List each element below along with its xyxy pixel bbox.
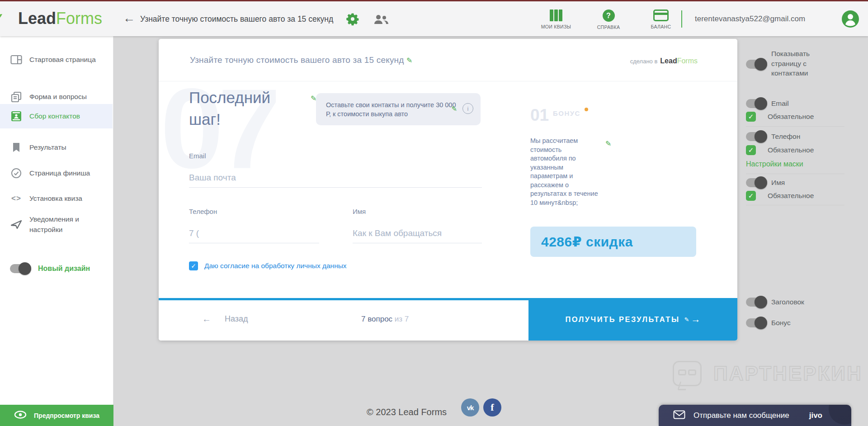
forward-arrow-icon: →	[691, 314, 701, 325]
heading-toggle[interactable]	[746, 298, 766, 307]
bonus-tooltip-text: Оставьте свои контакты и получите 30 000…	[326, 100, 462, 119]
header-divider	[681, 10, 682, 28]
header-nav: МОИ КВИЗЫ ? СПРАВКА БАЛАНС	[540, 9, 677, 30]
consent-checkbox[interactable]: ✓	[189, 261, 198, 270]
bonus-orange-dot	[585, 108, 588, 111]
phone-toggle[interactable]	[746, 132, 766, 141]
eye-icon	[14, 411, 27, 421]
contacts-icon	[10, 111, 23, 122]
edit-bonus-pencil-icon[interactable]: ✎	[605, 139, 611, 148]
sidebar-item-contacts[interactable]: Сбор контактов	[0, 104, 113, 128]
consent-row: ✓ Даю согласие на обработку личных данны…	[189, 261, 347, 270]
bookmark-icon	[10, 142, 23, 152]
partnerkin-watermark: ПАРТНЕРКИН	[673, 361, 863, 386]
email-required-row: ✓ Обязательное	[746, 112, 814, 122]
nav-balance[interactable]: БАЛАНС	[645, 9, 677, 30]
email-toggle-row: Email	[746, 99, 789, 109]
progress-current: 7 вопрос	[361, 315, 395, 323]
vk-glyph: vk	[467, 404, 474, 412]
envelope-icon	[673, 410, 685, 421]
sidebar-item-notifications[interactable]: Уведомления и настройки	[0, 212, 113, 237]
name-toggle-row: Имя	[746, 178, 785, 188]
edit-title-pencil-icon[interactable]: ✎	[406, 56, 413, 65]
back-button[interactable]: ← Назад	[202, 314, 248, 324]
app-header: LeadForms ← Узнайте точную стоимость ваш…	[0, 1, 868, 36]
quiz-footer-bar: ← Назад 7 вопрос из 7	[159, 298, 528, 341]
bonus-toggle[interactable]	[746, 318, 766, 327]
name-field-label: Имя	[353, 208, 366, 215]
phone-toggle-label: Телефон	[771, 132, 800, 142]
back-label: Назад	[225, 314, 248, 324]
email-field-label: Email	[189, 152, 206, 160]
facebook-icon[interactable]: f	[483, 398, 501, 417]
account-email[interactable]: terentevanastya522@gmail.com	[695, 14, 805, 24]
new-design-label: Новый дизайн	[38, 265, 90, 273]
sidebar-item-label: Результаты	[29, 142, 107, 152]
email-required-checkbox[interactable]: ✓	[746, 112, 756, 122]
step-heading: Последний шаг!	[189, 87, 293, 131]
bonus-number: 01	[530, 106, 549, 125]
info-icon[interactable]: i	[462, 103, 473, 114]
sidebar-item-label: Страница финиша	[29, 168, 107, 178]
sidebar-item-finish-page[interactable]: Страница финиша	[0, 161, 113, 185]
preview-quiz-label: Предпросмотр квиза	[34, 412, 99, 419]
partnerkin-watermark-text: ПАРТНЕРКИН	[713, 362, 863, 385]
start-page-icon	[10, 55, 23, 65]
vk-icon[interactable]: vk	[461, 398, 479, 417]
show-contacts-toggle[interactable]	[746, 60, 766, 69]
nav-help[interactable]: ? СПРАВКА	[593, 9, 624, 30]
new-design-row: Новый дизайн	[0, 260, 90, 277]
phone-field-label: Телефон	[189, 208, 217, 215]
jivo-chat-bar[interactable]: Отправьте нам сообщение jivo	[659, 405, 851, 426]
progress-indicator: 7 вопрос из 7	[361, 315, 409, 324]
quiz-settings-gear-icon[interactable]	[346, 12, 359, 28]
back-arrow-icon: ←	[202, 314, 211, 324]
sidebar-item-label: Форма и вопросы	[29, 91, 107, 102]
nav-label: СПРАВКА	[597, 24, 620, 30]
get-results-button[interactable]: ПОЛУЧИТЬ РЕЗУЛЬТАТЫ ✎ →	[528, 298, 737, 341]
sidebar-item-start-page[interactable]: Стартовая страница	[0, 47, 113, 72]
nav-my-quizzes[interactable]: МОИ КВИЗЫ	[540, 9, 572, 30]
sidebar-item-results[interactable]: Результаты	[0, 136, 113, 159]
name-input[interactable]	[353, 228, 482, 243]
edit-button-pencil-icon[interactable]: ✎	[684, 316, 689, 323]
made-in-text: сделано в	[630, 58, 658, 65]
main-area: 07 Узнайте точную стоимость вашего авто …	[113, 36, 868, 426]
leaf-icon	[0, 8, 3, 28]
nav-label: БАЛАНС	[651, 24, 671, 29]
name-required-checkbox[interactable]: ✓	[746, 191, 756, 201]
get-results-label: ПОЛУЧИТЬ РЕЗУЛЬТАТЫ	[566, 315, 680, 324]
preview-quiz-button[interactable]: Предпросмотр квиза	[0, 405, 113, 426]
leadforms-logo: LeadForms	[18, 9, 102, 28]
quiz-card-title: Узнайте точную стоимость вашего авто за …	[190, 55, 413, 65]
made-in-logo-forms: Forms	[677, 57, 698, 65]
made-in-badge[interactable]: сделано вLeadForms	[630, 57, 698, 65]
question-circle-icon: ?	[603, 9, 615, 22]
copyright-text: © 2023 Lead Forms	[367, 407, 447, 417]
email-toggle[interactable]	[746, 99, 766, 108]
sidebar-item-label: Уведомления и настройки	[29, 214, 107, 235]
back-arrow-icon[interactable]: ←	[123, 11, 135, 25]
email-input[interactable]	[189, 173, 482, 188]
avatar[interactable]	[842, 10, 859, 29]
partnerkin-bubble-icon	[673, 361, 702, 386]
name-toggle[interactable]	[746, 178, 766, 187]
jivo-brand: jivo	[809, 411, 822, 420]
phone-input[interactable]	[189, 228, 319, 243]
sidebar-item-install-quiz[interactable]: <> Установка квиза	[0, 187, 113, 210]
edit-heading-pencil-icon[interactable]: ✎	[311, 94, 316, 103]
collaborators-icon[interactable]	[373, 14, 389, 27]
bonus-tooltip: Оставьте свои контакты и получите 30 000…	[316, 93, 481, 125]
heading-toggle-row: Заголовок	[746, 297, 804, 307]
edit-tooltip-pencil-icon[interactable]: ✎	[451, 105, 457, 113]
required-label: Обязательное	[768, 145, 814, 155]
mask-settings-link[interactable]: Настройки маски	[746, 160, 803, 168]
send-icon	[10, 219, 23, 229]
check-circle-icon	[10, 168, 23, 179]
chat-message: Отправьте нам сообщение	[693, 411, 789, 420]
required-label: Обязательное	[768, 191, 814, 201]
sidebar-item-label: Стартовая страница	[29, 54, 107, 65]
phone-required-checkbox[interactable]: ✓	[746, 145, 756, 155]
new-design-toggle[interactable]	[10, 264, 30, 273]
card-header-divider	[159, 81, 737, 81]
